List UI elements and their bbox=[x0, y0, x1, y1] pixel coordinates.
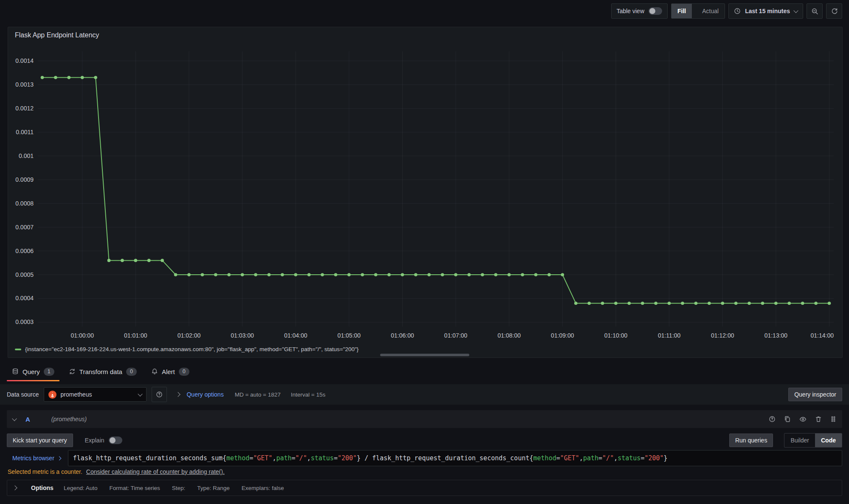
delete-query-trash-icon[interactable] bbox=[815, 416, 822, 422]
svg-text:0.0007: 0.0007 bbox=[15, 224, 34, 231]
collapse-chevron-icon[interactable] bbox=[12, 416, 17, 421]
svg-text:01:06:00: 01:06:00 bbox=[391, 332, 414, 339]
warning-text: Selected metric is a counter. bbox=[8, 468, 82, 475]
add-rate-link[interactable]: Consider calculating rate of counter by … bbox=[86, 468, 225, 475]
tab-query[interactable]: Query 1 bbox=[7, 362, 59, 381]
option-step: Step: bbox=[172, 485, 186, 491]
svg-text:0.0006: 0.0006 bbox=[15, 248, 34, 254]
query-inspector-button[interactable]: Query inspector bbox=[788, 388, 842, 401]
svg-text:01:02:00: 01:02:00 bbox=[178, 332, 201, 339]
svg-text:0.0013: 0.0013 bbox=[15, 81, 34, 88]
prometheus-logo bbox=[48, 391, 56, 399]
refresh-icon bbox=[831, 8, 838, 15]
actual-button[interactable]: Actual bbox=[696, 4, 725, 18]
query-ref-id: A bbox=[25, 416, 30, 423]
svg-text:01:13:00: 01:13:00 bbox=[764, 332, 788, 339]
svg-text:01:14:00: 01:14:00 bbox=[811, 332, 834, 339]
toggle-knob bbox=[649, 8, 655, 14]
options-label: Options bbox=[31, 484, 54, 491]
chevron-down-icon bbox=[793, 8, 798, 13]
query-row-header[interactable]: A (prometheus) bbox=[7, 410, 842, 428]
chevron-right-icon bbox=[57, 456, 61, 460]
svg-text:01:00:00: 01:00:00 bbox=[71, 332, 94, 339]
panel-resize-handle[interactable] bbox=[380, 354, 469, 356]
query-help-icon[interactable] bbox=[769, 416, 776, 422]
svg-text:0.001: 0.001 bbox=[19, 152, 34, 159]
hide-query-eye-icon[interactable] bbox=[799, 416, 807, 423]
datasource-picker[interactable]: prometheus bbox=[44, 387, 147, 402]
svg-text:01:01:00: 01:01:00 bbox=[124, 332, 147, 339]
series-label: {instance="ec2-184-169-216-224.us-west-1… bbox=[25, 346, 358, 352]
kick-start-query-button[interactable]: Kick start your query bbox=[7, 434, 73, 447]
fill-actual-group: Fill Actual bbox=[671, 3, 725, 19]
svg-text:0.0008: 0.0008 bbox=[15, 200, 34, 207]
tab-transform-badge: 0 bbox=[126, 368, 137, 376]
code-mode-button[interactable]: Code bbox=[815, 434, 842, 447]
datasource-row: Data source prometheus Query options MD … bbox=[0, 384, 849, 405]
explain-toggle[interactable] bbox=[109, 436, 122, 444]
query-editor-toolbar: Kick start your query Explain Run querie… bbox=[7, 433, 842, 448]
svg-text:0.0012: 0.0012 bbox=[15, 105, 34, 112]
tab-alert-label: Alert bbox=[162, 368, 175, 375]
panel-editor-toolbar: Table view Fill Actual Last 15 minutes bbox=[0, 0, 849, 22]
time-range-label: Last 15 minutes bbox=[745, 8, 790, 14]
table-view-toggle[interactable] bbox=[649, 7, 662, 15]
explain-control: Explain bbox=[85, 436, 122, 444]
tab-query-badge: 1 bbox=[44, 368, 54, 376]
run-queries-button[interactable]: Run queries bbox=[729, 434, 773, 447]
builder-mode-button[interactable]: Builder bbox=[784, 434, 815, 447]
refresh-button[interactable] bbox=[826, 3, 842, 19]
bell-icon bbox=[151, 368, 158, 375]
query-options-toggle[interactable]: Query options bbox=[186, 391, 223, 398]
table-view-label: Table view bbox=[617, 8, 644, 14]
promql-query-input[interactable]: flask_http_request_duration_seconds_sum{… bbox=[68, 450, 842, 466]
tab-transform-data[interactable]: Transform data 0 bbox=[64, 362, 142, 381]
counter-warning: Selected metric is a counter. Consider c… bbox=[8, 468, 225, 475]
datasource-help-button[interactable] bbox=[152, 387, 167, 402]
tab-transform-label: Transform data bbox=[79, 368, 122, 375]
tab-alert-badge: 0 bbox=[179, 368, 189, 376]
datasource-label: Data source bbox=[7, 391, 39, 398]
chevron-right-icon[interactable] bbox=[176, 392, 181, 397]
svg-text:01:08:00: 01:08:00 bbox=[497, 332, 521, 339]
svg-text:01:11:00: 01:11:00 bbox=[658, 332, 681, 339]
max-data-points-info: MD = auto = 1827 bbox=[235, 391, 281, 398]
tab-alert[interactable]: Alert 0 bbox=[146, 362, 195, 381]
svg-text:01:10:00: 01:10:00 bbox=[604, 332, 628, 339]
table-view-control: Table view bbox=[611, 3, 668, 19]
clock-icon bbox=[734, 8, 741, 14]
datasource-name: prometheus bbox=[60, 391, 92, 398]
duplicate-query-icon[interactable] bbox=[784, 416, 791, 422]
zoom-out-button[interactable] bbox=[807, 3, 823, 19]
fill-button[interactable]: Fill bbox=[671, 4, 692, 18]
metrics-browser-button[interactable]: Metrics browser bbox=[7, 450, 68, 466]
series-marker bbox=[15, 349, 21, 350]
zoom-out-icon bbox=[811, 8, 818, 15]
svg-text:0.0014: 0.0014 bbox=[15, 57, 34, 64]
panel-title: Flask App Endpoint Latency bbox=[15, 31, 99, 39]
drag-handle-icon[interactable] bbox=[830, 416, 836, 422]
svg-text:01:03:00: 01:03:00 bbox=[231, 332, 254, 339]
promql-editor-row: Metrics browser flask_http_request_durat… bbox=[7, 450, 842, 466]
legend[interactable]: {instance="ec2-184-169-216-224.us-west-1… bbox=[15, 346, 358, 352]
option-type: Type: Range bbox=[197, 485, 230, 491]
svg-text:0.0004: 0.0004 bbox=[15, 295, 34, 301]
svg-text:0.0011: 0.0011 bbox=[16, 129, 34, 135]
help-circle-icon bbox=[156, 391, 163, 398]
option-legend: Legend: Auto bbox=[64, 485, 98, 491]
chevron-down-icon bbox=[138, 391, 143, 396]
query-datasource-hint: (prometheus) bbox=[51, 416, 87, 422]
time-range-picker[interactable]: Last 15 minutes bbox=[728, 3, 803, 19]
option-exemplars: Exemplars: false bbox=[242, 485, 284, 491]
query-options-collapsed[interactable]: Options Legend: Auto Format: Time series… bbox=[7, 480, 842, 496]
timeseries-panel: Flask App Endpoint Latency 0.00140.00130… bbox=[8, 27, 843, 358]
svg-text:0.0005: 0.0005 bbox=[15, 271, 34, 278]
svg-text:01:05:00: 01:05:00 bbox=[338, 332, 361, 339]
option-format: Format: Time series bbox=[109, 485, 160, 491]
explain-label: Explain bbox=[85, 437, 104, 444]
svg-text:01:07:00: 01:07:00 bbox=[444, 332, 468, 339]
interval-info: Interval = 15s bbox=[291, 391, 325, 398]
svg-text:01:12:00: 01:12:00 bbox=[711, 332, 734, 339]
database-icon bbox=[12, 368, 19, 375]
chevron-right-icon bbox=[12, 485, 17, 490]
